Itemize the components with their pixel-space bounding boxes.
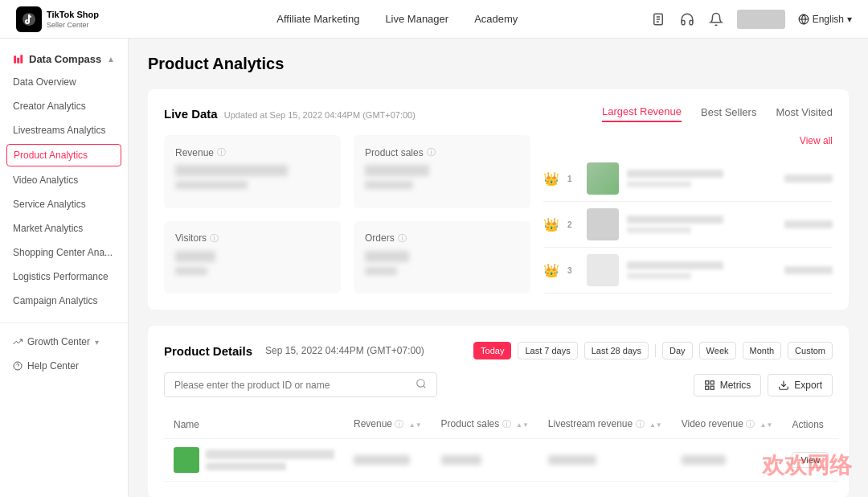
logo-title: TikTok Shop: [47, 9, 99, 20]
sidebar-item-product-analytics[interactable]: Product Analytics: [6, 144, 121, 166]
sidebar-item-growth-center[interactable]: Growth Center ▾: [0, 330, 128, 354]
visitors-sub: [175, 267, 207, 275]
sidebar-section-header-data-compass[interactable]: Data Compass ▲: [0, 48, 128, 70]
rank-1-right-val: [784, 175, 833, 183]
video-sort-icon[interactable]: ▲▼: [760, 422, 773, 429]
language-selector[interactable]: English ▾: [798, 14, 852, 25]
product-details-header: Product Details Sep 15, 2022 04:44PM (GM…: [164, 342, 833, 359]
logo-icon: [16, 6, 42, 32]
rank-3-number: 3: [567, 266, 579, 275]
export-btn-label: Export: [794, 380, 822, 391]
row-livestream-value: [548, 455, 596, 465]
live-data-card: Live Data Updated at Sep 15, 2022 04:44P…: [148, 89, 849, 310]
svg-line-12: [424, 386, 426, 388]
row-product-info: [206, 450, 334, 470]
product-sales-col-info-icon[interactable]: ⓘ: [502, 419, 511, 429]
svg-point-11: [417, 380, 424, 387]
user-avatar[interactable]: [737, 10, 785, 29]
metric-card-visitors: Visitors ⓘ: [164, 221, 341, 294]
nav-affiliate-marketing[interactable]: Affiliate Marketing: [276, 13, 359, 25]
revenue-info-icon[interactable]: ⓘ: [217, 146, 226, 158]
rank-1-value: [627, 181, 691, 187]
rank-item-3: 👑 3: [543, 248, 833, 294]
sidebar-item-service-analytics[interactable]: Service Analytics: [0, 192, 128, 216]
sidebar-divider: [0, 322, 128, 323]
nav-academy[interactable]: Academy: [474, 13, 518, 25]
view-all-link[interactable]: View all: [800, 135, 833, 146]
row-view-button[interactable]: View: [792, 452, 829, 468]
sidebar-item-logistics[interactable]: Logistics Performance: [0, 265, 128, 289]
lang-chevron-icon: ▾: [847, 14, 852, 25]
time-filter-today[interactable]: Today: [473, 342, 511, 359]
product-details-card: Product Details Sep 15, 2022 04:44PM (GM…: [148, 326, 849, 497]
svg-rect-14: [710, 380, 714, 384]
rank-3-right-bar: [784, 266, 833, 274]
time-filter-28days[interactable]: Last 28 days: [584, 342, 649, 359]
sidebar-item-livestreams-analytics[interactable]: Livestreams Analytics: [0, 118, 128, 142]
sidebar-item-campaign-analytics[interactable]: Campaign Analytics: [0, 289, 128, 313]
sidebar-item-creator-analytics[interactable]: Creator Analytics: [0, 94, 128, 118]
orders-value: [365, 251, 409, 262]
metric-revenue-label: Revenue ⓘ: [175, 146, 330, 158]
live-data-header-left: Live Data Updated at Sep 15, 2022 04:44P…: [164, 107, 416, 121]
time-filter-7days[interactable]: Last 7 days: [518, 342, 577, 359]
sidebar-item-market-analytics[interactable]: Market Analytics: [0, 216, 128, 240]
rank-2-right-val: [784, 220, 833, 228]
search-icon: [416, 378, 427, 392]
bell-icon[interactable]: [708, 11, 724, 27]
product-details-title: Product Details: [164, 344, 252, 358]
live-ranking-header: View all: [543, 135, 833, 146]
document-icon[interactable]: [650, 11, 666, 27]
metric-card-product-sales: Product sales ⓘ: [354, 135, 530, 208]
live-data-content: Revenue ⓘ Product sales ⓘ: [164, 135, 833, 294]
product-sales-info-icon[interactable]: ⓘ: [427, 146, 436, 158]
pd-action-buttons: Metrics Export: [694, 374, 833, 396]
rank-1-badge: 👑: [543, 170, 559, 187]
time-filter-custom[interactable]: Custom: [788, 342, 833, 359]
revenue-col-info-icon[interactable]: ⓘ: [395, 419, 403, 429]
sidebar-item-help-center[interactable]: Help Center: [0, 354, 128, 378]
time-filter-day[interactable]: Day: [662, 342, 693, 359]
rank-2-value: [627, 227, 691, 233]
rank-1-image: [587, 162, 619, 195]
tab-most-visited[interactable]: Most Visited: [776, 106, 833, 121]
livestream-sort-icon[interactable]: ▲▼: [649, 422, 662, 429]
row-livestream-revenue-cell: [538, 439, 672, 482]
sidebar-item-shopping-center[interactable]: Shopping Center Ana...: [0, 240, 128, 265]
livestream-col-info-icon[interactable]: ⓘ: [636, 419, 645, 429]
tab-largest-revenue[interactable]: Largest Revenue: [602, 105, 682, 122]
orders-sub: [365, 267, 397, 275]
row-product-sales-cell: [432, 439, 538, 482]
sidebar: Data Compass ▲ Data Overview Creator Ana…: [0, 39, 129, 497]
product-search-input[interactable]: [174, 380, 416, 391]
product-sales-value: [365, 165, 429, 176]
col-product-sales: Product sales ⓘ ▲▼: [432, 410, 538, 439]
product-sales-sub: [365, 181, 413, 189]
export-button[interactable]: Export: [768, 374, 833, 396]
orders-info-icon[interactable]: ⓘ: [398, 232, 407, 244]
sidebar-item-video-analytics[interactable]: Video Analytics: [0, 168, 128, 192]
time-filter-month[interactable]: Month: [743, 342, 782, 359]
video-col-info-icon[interactable]: ⓘ: [746, 419, 755, 429]
tab-best-sellers[interactable]: Best Sellers: [701, 106, 756, 121]
svg-rect-16: [710, 386, 714, 389]
product-details-date: Sep 15, 2022 04:44PM (GMT+07:00): [265, 345, 424, 356]
svg-rect-8: [20, 55, 23, 64]
metric-visitors-label: Visitors ⓘ: [175, 232, 330, 244]
row-product-id: [206, 462, 286, 470]
headset-icon[interactable]: [679, 11, 695, 27]
sidebar-item-data-overview[interactable]: Data Overview: [0, 70, 128, 94]
rank-2-badge: 👑: [543, 216, 559, 232]
visitors-info-icon[interactable]: ⓘ: [210, 232, 219, 244]
page-title: Product Analytics: [148, 55, 849, 73]
rank-3-value: [627, 273, 691, 279]
product-sales-sort-icon[interactable]: ▲▼: [516, 422, 529, 429]
nav-live-manager[interactable]: Live Manager: [385, 13, 448, 25]
revenue-sort-icon[interactable]: ▲▼: [409, 422, 422, 429]
product-details-time-filters: Today Last 7 days Last 28 days Day Week …: [473, 342, 833, 359]
metric-orders-label: Orders ⓘ: [365, 232, 519, 244]
rank-item-2: 👑 2: [543, 202, 833, 248]
time-filter-week[interactable]: Week: [699, 342, 736, 359]
row-name-content: [174, 447, 334, 473]
metrics-button[interactable]: Metrics: [694, 374, 762, 396]
